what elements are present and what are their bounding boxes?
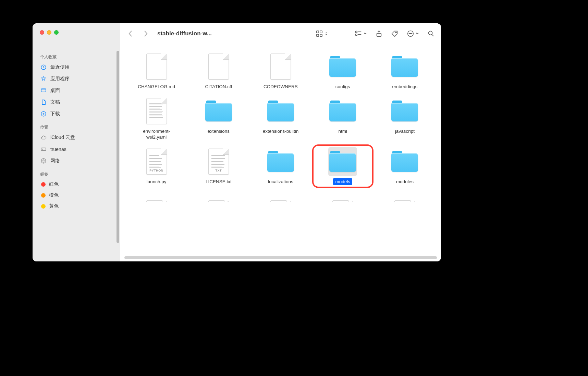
folder-item[interactable]: extensions-builtin	[251, 95, 310, 142]
item-label: html	[336, 128, 349, 135]
sidebar-scrollbar[interactable]	[117, 51, 119, 243]
item-label: javascript	[393, 128, 417, 135]
folder-item[interactable]: localizations	[251, 146, 310, 187]
sidebar: 个人收藏 最近使用 应用程序 桌面	[33, 23, 120, 261]
view-mode-button[interactable]	[316, 30, 328, 37]
file-item[interactable]	[189, 190, 248, 202]
tag-dot-icon	[41, 204, 46, 209]
svg-rect-6	[317, 31, 319, 33]
share-button[interactable]	[375, 30, 383, 37]
folder-item[interactable]: html	[314, 95, 372, 142]
file-item[interactable]: CITATION.cff	[189, 51, 248, 92]
file-item[interactable]	[251, 190, 310, 202]
horizontal-scrollbar[interactable]	[124, 255, 437, 260]
sidebar-item-documents[interactable]: 文稿	[37, 96, 117, 108]
item-label: embeddings	[390, 83, 420, 91]
svg-point-13	[395, 32, 396, 33]
group-button[interactable]	[355, 30, 367, 37]
file-icon	[390, 191, 419, 202]
svg-rect-9	[320, 34, 322, 36]
forward-button[interactable]	[142, 30, 150, 38]
sidebar-item-label: 黄色	[49, 203, 59, 209]
sidebar-item-icloud[interactable]: iCloud 云盘	[37, 132, 117, 143]
sidebar-tag-red[interactable]: 红色	[37, 179, 117, 190]
file-icon	[266, 191, 295, 202]
folder-icon	[266, 97, 295, 126]
file-icon	[204, 191, 233, 202]
section-header-favorites: 个人收藏	[37, 44, 117, 61]
sidebar-item-label: 桌面	[50, 87, 60, 94]
clock-icon	[40, 64, 47, 71]
file-item[interactable]: TXTLICENSE.txt	[189, 146, 248, 187]
desktop-icon	[40, 87, 47, 94]
file-icon	[142, 97, 171, 126]
tags-button[interactable]	[391, 30, 399, 37]
folder-icon	[266, 147, 295, 176]
section-header-tags: 标签	[37, 167, 117, 179]
sidebar-item-label: 网络	[50, 158, 60, 164]
sidebar-item-applications[interactable]: 应用程序	[37, 73, 117, 85]
item-label: extensions	[206, 128, 232, 135]
file-item[interactable]	[314, 190, 372, 202]
item-label: CODEOWNERS	[261, 83, 300, 91]
svg-rect-10	[356, 31, 357, 33]
action-button[interactable]	[407, 30, 419, 37]
folder-icon	[390, 147, 419, 176]
server-icon	[40, 146, 47, 153]
file-grid-partial	[127, 190, 434, 202]
sidebar-item-desktop[interactable]: 桌面	[37, 85, 117, 96]
file-item[interactable]: PYTHONlaunch.py	[127, 146, 186, 187]
finder-window: 个人收藏 最近使用 应用程序 桌面	[33, 23, 441, 261]
sidebar-scroll: 个人收藏 最近使用 应用程序 桌面	[33, 44, 120, 261]
file-item[interactable]	[127, 190, 186, 202]
folder-icon	[328, 147, 357, 176]
file-item[interactable]: environment- wsl2.yaml	[127, 95, 186, 142]
folder-icon	[390, 97, 419, 126]
file-icon	[142, 52, 171, 81]
minimize-button[interactable]	[47, 30, 51, 35]
item-label: extensions-builtin	[261, 128, 301, 135]
sidebar-tag-orange[interactable]: 橙色	[37, 190, 117, 201]
sidebar-tag-yellow[interactable]: 黄色	[37, 201, 117, 212]
svg-rect-1	[41, 89, 46, 92]
file-item[interactable]: CODEOWNERS	[251, 51, 310, 92]
folder-item[interactable]: embeddings	[376, 51, 434, 92]
item-label: CHANGELOG.md	[136, 83, 177, 91]
file-item[interactable]	[376, 190, 434, 202]
file-item[interactable]: CHANGELOG.md	[127, 51, 186, 92]
search-button[interactable]	[427, 30, 435, 37]
folder-item[interactable]: models	[314, 146, 372, 187]
main-area: stable-diffusion-w...	[120, 23, 441, 261]
folder-item[interactable]: extensions	[189, 95, 248, 142]
folder-icon	[390, 52, 419, 81]
window-controls	[33, 23, 120, 44]
sidebar-item-recents[interactable]: 最近使用	[37, 61, 117, 73]
svg-point-4	[42, 149, 43, 150]
sidebar-item-network[interactable]: 网络	[37, 155, 117, 167]
file-icon	[266, 52, 295, 81]
folder-item[interactable]: configs	[314, 51, 372, 92]
back-button[interactable]	[126, 30, 135, 38]
sidebar-item-truenas[interactable]: truenas	[37, 143, 117, 155]
download-icon	[40, 110, 47, 117]
close-button[interactable]	[40, 30, 44, 35]
sidebar-item-label: 下载	[50, 111, 60, 117]
file-grid-area[interactable]: CHANGELOG.mdCITATION.cffCODEOWNERSconfig…	[120, 44, 441, 255]
scrollbar-thumb[interactable]	[124, 256, 437, 259]
sidebar-item-downloads[interactable]: 下载	[37, 108, 117, 120]
folder-icon	[328, 52, 357, 81]
file-icon: TXT	[204, 147, 233, 176]
maximize-button[interactable]	[54, 30, 59, 35]
file-icon	[204, 52, 233, 81]
folder-item[interactable]: javascript	[376, 95, 434, 142]
tag-dot-icon	[41, 193, 46, 198]
folder-icon	[328, 97, 357, 126]
tag-dot-icon	[41, 182, 46, 187]
network-icon	[40, 157, 47, 164]
folder-item[interactable]: modules	[376, 146, 434, 187]
toolbar-right	[316, 30, 435, 37]
sidebar-item-label: iCloud 云盘	[50, 134, 75, 141]
item-label: CITATION.cff	[203, 83, 234, 91]
svg-point-15	[409, 33, 409, 34]
sidebar-item-label: 文稿	[50, 99, 60, 105]
